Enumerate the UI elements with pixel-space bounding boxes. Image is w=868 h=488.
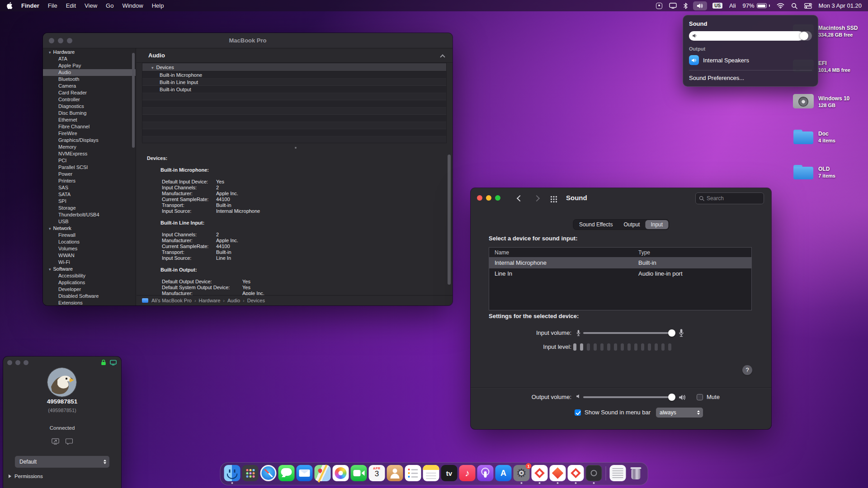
desktop-icon-doc[interactable]: Doc 4 items xyxy=(793,119,858,155)
input-device-row[interactable]: Internal Microphone Built-in xyxy=(489,258,751,268)
sidebar-row[interactable]: WWAN xyxy=(43,252,136,259)
sidebar-row[interactable]: Volumes xyxy=(43,245,136,252)
menu-item[interactable]: File xyxy=(48,2,57,9)
sidebar-row[interactable]: Disc Burning xyxy=(43,110,136,117)
spotlight-icon[interactable] xyxy=(791,3,797,9)
sidebar-row[interactable]: Audio xyxy=(43,69,136,76)
input-source-badge[interactable]: US xyxy=(712,3,722,9)
wifi-icon[interactable] xyxy=(777,3,784,9)
breadcrumb-item[interactable]: Ali's MacBook Pro xyxy=(151,298,192,303)
dock-trash[interactable] xyxy=(628,465,644,484)
sidebar-row[interactable]: Controller xyxy=(43,96,136,103)
sidebar-row[interactable]: Locations xyxy=(43,239,136,245)
device-row[interactable]: Built-in Output xyxy=(142,86,446,93)
user-menu[interactable]: Ali xyxy=(729,2,736,9)
close-button[interactable] xyxy=(49,38,54,43)
display-icon[interactable] xyxy=(110,360,117,366)
display-status-icon[interactable] xyxy=(669,3,677,9)
device-row[interactable] xyxy=(142,122,446,129)
device-row[interactable] xyxy=(142,129,446,136)
sidebar-row[interactable]: Card Reader xyxy=(43,89,136,96)
dock-photos[interactable] xyxy=(333,465,349,484)
show-sound-checkbox[interactable] xyxy=(575,409,581,416)
dock-anydesk-2[interactable] xyxy=(550,465,566,484)
sidebar-row[interactable]: Printers xyxy=(43,178,136,184)
dock-item[interactable] xyxy=(606,466,606,480)
device-row[interactable] xyxy=(142,100,446,108)
menu-item[interactable]: Edit xyxy=(66,2,76,9)
sidebar-row[interactable]: Parallel SCSI xyxy=(43,164,136,171)
device-row[interactable]: Built-in Line Input xyxy=(142,79,446,86)
dock-messages[interactable] xyxy=(278,465,295,484)
dock-reminders[interactable] xyxy=(405,465,421,484)
devices-table-header[interactable]: Devices xyxy=(142,63,446,71)
zoom-button[interactable] xyxy=(495,195,500,201)
input-device-row[interactable]: Line In Audio line-in port xyxy=(489,268,751,279)
help-button[interactable]: ? xyxy=(742,365,752,375)
sidebar-row[interactable]: FireWire xyxy=(43,130,136,137)
dock-safari[interactable] xyxy=(260,465,277,484)
breadcrumb-item[interactable]: Devices xyxy=(240,298,265,303)
output-device-row[interactable]: Internal Speakers xyxy=(689,55,812,65)
sidebar-row[interactable]: Power xyxy=(43,171,136,178)
dock-anydesk-1[interactable] xyxy=(532,465,548,484)
output-volume-slider[interactable] xyxy=(583,396,675,398)
dock-appstore[interactable]: A xyxy=(495,465,512,484)
sidebar-row[interactable]: Apple Pay xyxy=(43,62,136,69)
close-button[interactable] xyxy=(7,360,12,365)
dock-podcasts[interactable] xyxy=(477,465,494,484)
device-row[interactable] xyxy=(142,115,446,122)
sidebar-row[interactable]: Graphics/Displays xyxy=(43,137,136,144)
back-button[interactable] xyxy=(517,195,523,202)
menu-item[interactable]: View xyxy=(85,2,97,9)
dock-anydesk-3[interactable] xyxy=(568,465,584,484)
sidebar-row[interactable]: Wi-Fi xyxy=(43,259,136,266)
sidebar-row[interactable]: Applications xyxy=(43,279,136,286)
bluetooth-icon[interactable] xyxy=(684,3,688,9)
sidebar-row[interactable]: Bluetooth xyxy=(43,76,136,83)
column-header-type[interactable]: Type xyxy=(638,248,751,258)
slider-knob[interactable] xyxy=(668,329,675,337)
slider-knob[interactable] xyxy=(800,32,808,40)
control-center-icon[interactable] xyxy=(804,3,812,9)
search-field[interactable] xyxy=(695,192,764,204)
dock-notes[interactable] xyxy=(423,465,439,484)
sidebar-row[interactable]: Accessibility xyxy=(43,272,136,279)
sidebar-row[interactable]: NVMExpress xyxy=(43,150,136,157)
device-row[interactable] xyxy=(142,93,446,100)
minimize-button[interactable] xyxy=(15,360,20,365)
apple-menu-icon[interactable] xyxy=(6,2,13,9)
menu-extra-icon[interactable] xyxy=(656,3,662,9)
sidebar-row[interactable]: Camera xyxy=(43,83,136,89)
sidebar-row[interactable]: SPI xyxy=(43,198,136,205)
screen-share-icon[interactable] xyxy=(52,438,59,445)
profile-dropdown[interactable]: Default xyxy=(15,456,109,468)
device-row[interactable] xyxy=(142,136,446,143)
volume-menu-icon[interactable] xyxy=(693,1,707,10)
sound-preferences-link[interactable]: Sound Preferences... xyxy=(689,75,812,81)
sidebar-row[interactable]: Diagnostics xyxy=(43,103,136,110)
dock-calendar[interactable]: APR 3 xyxy=(369,465,385,484)
frequency-dropdown[interactable]: always xyxy=(656,408,703,418)
sidebar-row[interactable]: PCI xyxy=(43,157,136,164)
dock-maps[interactable] xyxy=(315,465,331,484)
sidebar-row[interactable]: SAS xyxy=(43,184,136,191)
sidebar-row[interactable]: Storage xyxy=(43,205,136,211)
dock-system-preferences[interactable]: ⚙ 1 xyxy=(514,465,530,484)
menu-item[interactable]: Help xyxy=(152,2,164,9)
close-button[interactable] xyxy=(477,195,482,201)
sidebar-row[interactable]: USB xyxy=(43,218,136,225)
menu-bar-clock[interactable]: Mon 3 Apr 01.20 xyxy=(819,2,862,9)
breadcrumb-item[interactable]: Hardware xyxy=(192,298,220,303)
sidebar-row[interactable]: Hardware xyxy=(43,49,136,56)
collapse-chevron-icon[interactable] xyxy=(440,54,445,59)
detail-scrollbar[interactable] xyxy=(448,155,451,285)
dock-music[interactable]: ♪ xyxy=(459,465,476,484)
desktop-icon-old[interactable]: OLD 7 items xyxy=(793,155,858,190)
battery-indicator[interactable]: 97% xyxy=(743,2,770,9)
permissions-disclosure[interactable]: Permissions xyxy=(9,474,43,479)
menu-item[interactable]: Window xyxy=(122,2,143,9)
dock-contacts[interactable] xyxy=(387,465,403,484)
sidebar-row[interactable]: SATA xyxy=(43,191,136,198)
dock-launchpad[interactable] xyxy=(242,465,259,484)
